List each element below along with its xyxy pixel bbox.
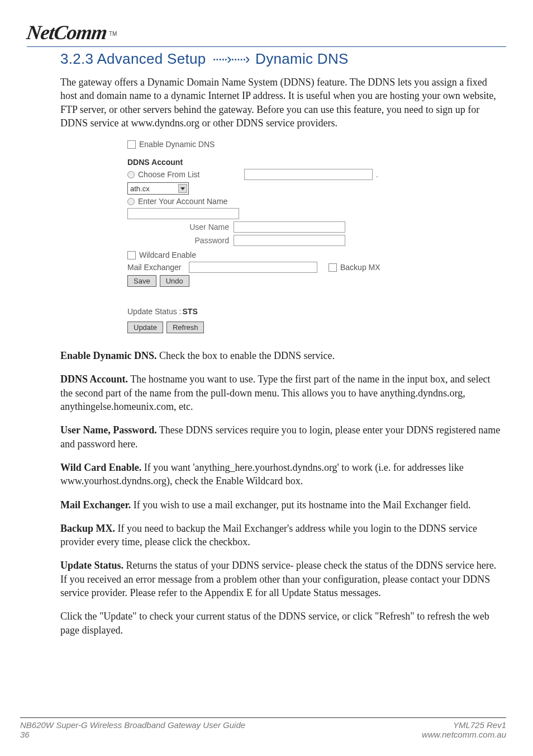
password-label: Password — [127, 236, 234, 245]
breadcrumb-2: Dynamic DNS — [255, 50, 349, 67]
trademark-symbol: TM — [109, 31, 117, 37]
intro-paragraph: The gateway offers a Dynamic Domain Name… — [60, 75, 501, 130]
update-status-value: STS — [183, 307, 198, 316]
brand-name: NetComm — [25, 21, 108, 44]
def-user-pass: User Name, Password. These DDNS services… — [60, 423, 501, 451]
update-button[interactable]: Update — [127, 322, 163, 333]
header-logo: NetComm TM — [27, 18, 506, 47]
wildcard-label: Wildcard Enable — [139, 251, 196, 259]
def-ddns-account: DDNS Account. The hostname you want to u… — [60, 372, 501, 413]
backup-mx-label: Backup MX — [340, 263, 380, 272]
section-heading: 3.2.3 Advanced Setup ·····›·····› Dynami… — [60, 50, 501, 68]
def-click-note: Click the "Update" to check your current… — [60, 609, 501, 637]
def-enable-ddns: Enable Dynamic DNS. Check the box to ena… — [60, 349, 501, 362]
ddns-account-header: DDNS Account — [127, 158, 440, 167]
def-mail-exchanger: Mail Exchanger. If you wish to use a mai… — [60, 498, 501, 512]
refresh-button[interactable]: Refresh — [166, 322, 204, 333]
enable-ddns-checkbox[interactable] — [127, 140, 136, 149]
username-input[interactable] — [234, 221, 345, 233]
enter-account-radio[interactable] — [127, 198, 135, 205]
ddns-config-panel: Enable Dynamic DNS DDNS Account Choose F… — [127, 140, 440, 333]
choose-from-list-label: Choose From List — [138, 170, 244, 179]
dropdown-arrow-icon — [178, 184, 187, 193]
def-update-status: Update Status. Returns the status of you… — [60, 559, 501, 599]
footer-page-number: 36 — [20, 730, 245, 739]
footer-url: www.netcomm.com.au — [422, 730, 506, 739]
enable-ddns-label: Enable Dynamic DNS — [139, 140, 215, 149]
username-label: User Name — [127, 223, 234, 231]
undo-button[interactable]: Undo — [160, 275, 189, 287]
def-backup-mx: Backup MX. If you need to backup the Mai… — [60, 522, 501, 549]
footer-guide-title: NB620W Super-G Wireless Broadband Gatewa… — [20, 720, 245, 730]
def-wildcard: Wild Card Enable. If you want 'anything_… — [60, 461, 501, 488]
update-status-label: Update Status : — [127, 307, 182, 316]
domain-select[interactable]: ath.cx — [127, 182, 189, 195]
domain-select-value: ath.cx — [130, 185, 150, 193]
enter-account-label: Enter Your Account Name — [138, 197, 227, 206]
breadcrumb-1: Advanced Setup — [97, 50, 206, 67]
save-button[interactable]: Save — [127, 275, 156, 287]
password-input[interactable] — [234, 235, 345, 246]
section-number: 3.2.3 — [60, 50, 93, 67]
choose-from-list-radio[interactable] — [127, 171, 135, 178]
footer-revision: YML725 Rev1 — [453, 720, 506, 730]
breadcrumb-arrow-icon: ·····›·····› — [212, 50, 249, 68]
account-name-input[interactable] — [127, 208, 239, 219]
hostname-dot: . — [376, 170, 378, 179]
backup-mx-checkbox[interactable] — [329, 263, 337, 272]
page-footer: NB620W Super-G Wireless Broadband Gatewa… — [20, 717, 506, 739]
mail-exchanger-label: Mail Exchanger — [127, 263, 189, 272]
wildcard-checkbox[interactable] — [127, 251, 136, 259]
mail-exchanger-input[interactable] — [189, 262, 317, 273]
hostname-input[interactable] — [244, 169, 373, 180]
